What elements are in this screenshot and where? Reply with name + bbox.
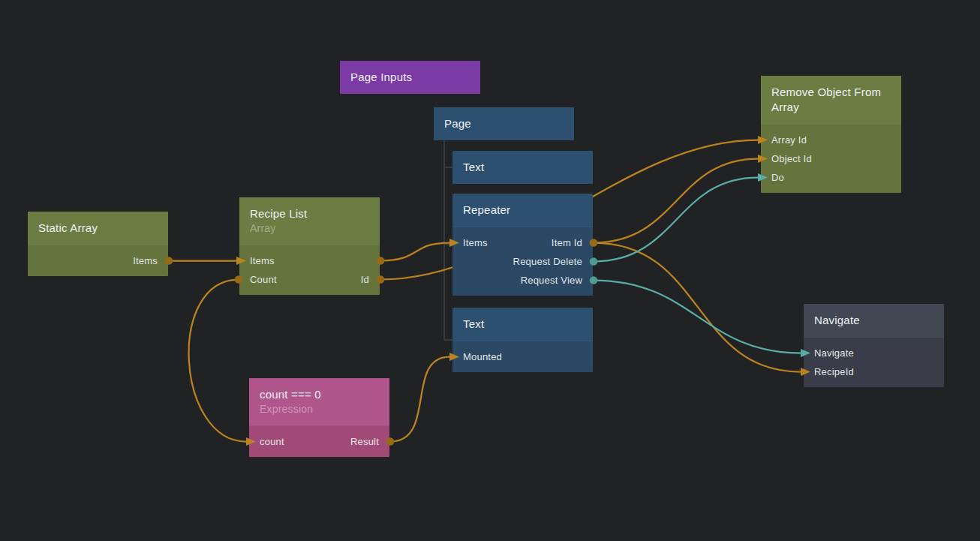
port-row: Mounted	[452, 347, 593, 366]
port-row: Do	[761, 168, 901, 187]
node-header[interactable]: Page Inputs	[340, 61, 480, 94]
port-repeater-request-view-out[interactable]: Request View	[521, 271, 582, 290]
node-header[interactable]: Recipe ListArray	[239, 197, 380, 245]
port-repeater-request-delete-out[interactable]: Request Delete	[513, 252, 582, 271]
node-title: count === 0	[260, 387, 379, 402]
node-header[interactable]: Static Array	[28, 212, 168, 245]
port-row: Object Id	[761, 149, 901, 168]
port-row: Request View	[452, 271, 593, 290]
port-row: Navigate	[804, 344, 944, 362]
port-expression-count-in[interactable]: count	[260, 432, 284, 451]
node-subtitle: Expression	[260, 402, 379, 416]
node-header[interactable]: Repeater	[452, 194, 593, 227]
port-repeater-item-id-out[interactable]: Item Id	[552, 233, 582, 252]
node-title: Repeater	[463, 203, 582, 218]
port-static-array-items-out[interactable]: Items	[133, 251, 158, 270]
node-page[interactable]: Page	[434, 107, 574, 140]
node-text-1[interactable]: Text	[452, 151, 593, 184]
port-row: RecipeId	[804, 362, 944, 381]
port-navigate-navigate-in[interactable]: Navigate	[814, 344, 854, 362]
port-remove-object-do-in[interactable]: Do	[771, 168, 784, 187]
node-title: Text	[463, 317, 582, 332]
port-row: countResult	[249, 432, 389, 451]
node-title: Recipe List	[250, 206, 369, 221]
node-title: Remove Object From Array	[771, 85, 891, 115]
nodes-layer: Page InputsPageTextRepeaterItemsItem IdR…	[0, 0, 980, 541]
node-header[interactable]: Page	[434, 107, 574, 140]
port-row: Items	[28, 251, 168, 270]
port-row: Items	[239, 251, 380, 270]
node-body: Mounted	[452, 341, 593, 372]
node-body: ItemsCountId	[239, 245, 380, 295]
node-canvas[interactable]: Page InputsPageTextRepeaterItemsItem IdR…	[0, 0, 980, 541]
port-recipe-list-id-out[interactable]: Id	[361, 270, 369, 289]
node-title: Navigate	[814, 313, 933, 328]
port-row: CountId	[239, 270, 380, 289]
node-body: NavigateRecipeId	[804, 337, 944, 387]
port-repeater-items-in[interactable]: Items	[463, 233, 488, 252]
port-remove-object-object-id-in[interactable]: Object Id	[771, 149, 812, 168]
port-recipe-list-items-in[interactable]: Items	[250, 251, 275, 270]
node-title: Page Inputs	[350, 70, 470, 85]
node-title: Text	[463, 160, 582, 175]
node-repeater[interactable]: RepeaterItemsItem IdRequest DeleteReques…	[452, 194, 593, 296]
node-text-2[interactable]: TextMounted	[452, 308, 593, 372]
port-navigate-recipeid-in[interactable]: RecipeId	[814, 362, 854, 381]
node-header[interactable]: Text	[452, 151, 593, 184]
node-title: Page	[444, 116, 564, 131]
node-body: countResult	[249, 425, 389, 457]
node-title: Static Array	[38, 221, 158, 236]
node-body: Items	[28, 245, 168, 276]
node-body: ItemsItem IdRequest DeleteRequest View	[452, 227, 593, 296]
port-row: ItemsItem Id	[452, 233, 593, 252]
node-body: Array IdObject IdDo	[761, 124, 901, 193]
node-header[interactable]: Navigate	[804, 304, 944, 337]
port-text-2-mounted-in[interactable]: Mounted	[463, 347, 502, 366]
node-header[interactable]: count === 0Expression	[249, 378, 389, 425]
port-expression-result-out[interactable]: Result	[350, 432, 379, 451]
port-recipe-list-count-out[interactable]: Count	[250, 270, 277, 289]
node-expression[interactable]: count === 0ExpressioncountResult	[249, 378, 389, 457]
node-navigate[interactable]: NavigateNavigateRecipeId	[804, 304, 944, 387]
node-static-array[interactable]: Static ArrayItems	[28, 212, 168, 276]
node-header[interactable]: Text	[452, 308, 593, 341]
node-recipe-list[interactable]: Recipe ListArrayItemsCountId	[239, 197, 380, 295]
node-page-inputs[interactable]: Page Inputs	[340, 61, 480, 94]
port-remove-object-array-id-in[interactable]: Array Id	[771, 131, 807, 149]
node-subtitle: Array	[250, 221, 369, 236]
port-row: Array Id	[761, 131, 901, 149]
node-header[interactable]: Remove Object From Array	[761, 76, 901, 124]
node-remove-object[interactable]: Remove Object From ArrayArray IdObject I…	[761, 76, 901, 193]
port-row: Request Delete	[452, 252, 593, 271]
